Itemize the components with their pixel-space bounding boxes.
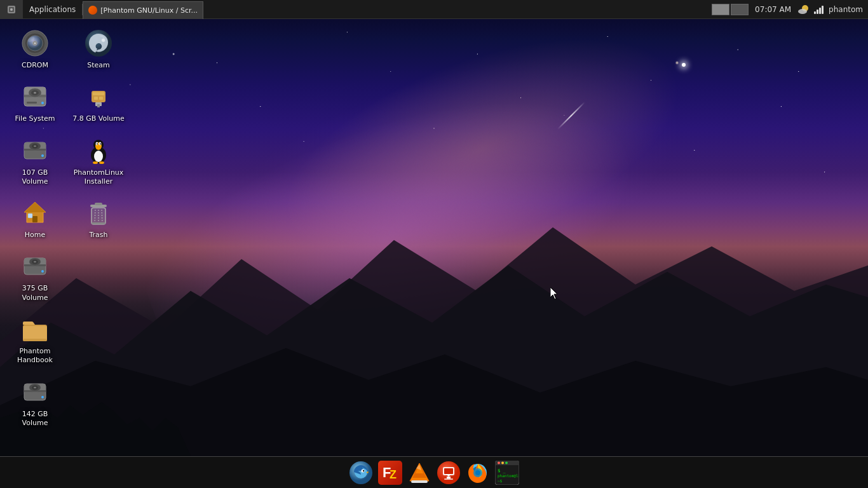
svg-rect-95: [444, 478, 453, 480]
142gb-icon-item[interactable]: 142 GBVolume: [6, 374, 64, 431]
svg-point-50: [41, 396, 44, 398]
signal-icon: [814, 5, 824, 14]
desktop-icons-container: CDROM File System: [0, 19, 121, 456]
anydesk-dock-item[interactable]: [435, 459, 462, 486]
svg-point-40: [41, 270, 44, 273]
svg-text:~$: ~$: [498, 478, 503, 483]
svg-rect-58: [99, 97, 103, 100]
window-tab-title: [Phantom GNU/Linux / Scr...: [100, 6, 198, 15]
phantomlinux-installer-label: PhantomLinuxInstaller: [74, 168, 124, 187]
firefox-dock-item[interactable]: [465, 459, 491, 486]
svg-point-39: [34, 261, 36, 262]
filesystem-icon: [20, 81, 50, 112]
375gb-icon: [20, 251, 50, 281]
applications-menu[interactable]: Applications: [23, 0, 82, 19]
svg-rect-76: [92, 222, 105, 224]
cdrom-icon: [20, 28, 50, 58]
svg-point-29: [41, 154, 44, 157]
topbar-right: 07:07 AM phantom: [712, 3, 868, 16]
375gb-label: 375 GBVolume: [22, 284, 48, 302]
phantom-handbook-label: PhantomHandbook: [17, 347, 53, 365]
svg-marker-31: [24, 202, 46, 212]
svg-point-2: [10, 8, 13, 11]
filesystem-label: File System: [15, 114, 55, 123]
107gb-icon: [20, 135, 50, 166]
topbar-left: Applications [Phantom GNU/Linux / Scr...: [0, 0, 203, 19]
svg-point-49: [34, 386, 36, 388]
svg-rect-88: [411, 480, 428, 483]
svg-text:Z: Z: [390, 468, 397, 481]
home-label: Home: [25, 231, 45, 240]
svg-point-52: [102, 39, 105, 42]
trash-icon: [83, 198, 114, 228]
desktop: [0, 19, 868, 456]
svg-rect-22: [27, 102, 37, 104]
vlc-icon: [407, 461, 431, 485]
svg-rect-54: [93, 92, 104, 95]
window-tab-icon: [88, 6, 97, 15]
topbar: Applications [Phantom GNU/Linux / Scr...…: [0, 0, 868, 19]
phantomlinux-installer-icon-item[interactable]: PhantomLinuxInstaller: [70, 133, 127, 189]
78gb-label: 7.8 GB Volume: [72, 114, 124, 123]
svg-rect-57: [94, 97, 98, 100]
vlc-dock-item[interactable]: [406, 459, 433, 486]
firefox-icon: [466, 461, 490, 485]
svg-point-65: [97, 143, 98, 144]
workspace-2-button[interactable]: [731, 4, 749, 15]
trash-icon-item[interactable]: Trash: [70, 195, 127, 242]
svg-point-81: [363, 470, 364, 471]
active-window-tab[interactable]: [Phantom GNU/Linux / Scr...: [83, 1, 203, 19]
phantomlinux-installer-icon: [83, 135, 114, 166]
107gb-icon-item[interactable]: 107 GBVolume: [6, 133, 64, 189]
svg-point-21: [41, 102, 44, 104]
system-icon: [0, 0, 23, 19]
terminal-icon: $ _ phantom@linux ~$: [495, 461, 519, 485]
mountains-background: [0, 194, 868, 456]
cdrom-icon-item[interactable]: CDROM: [6, 25, 64, 72]
svg-point-103: [498, 461, 500, 464]
weather-icon: [797, 3, 810, 16]
svg-point-60: [94, 151, 103, 162]
svg-rect-33: [28, 214, 32, 218]
svg-point-4: [798, 9, 807, 14]
375gb-icon-item[interactable]: 375 GBVolume: [6, 248, 64, 305]
svg-rect-56: [97, 104, 100, 107]
filesystem-icon-item[interactable]: File System: [6, 79, 64, 126]
filezilla-dock-item[interactable]: F Z: [377, 459, 403, 486]
home-icon: [20, 198, 50, 228]
svg-point-105: [505, 461, 508, 464]
username-label: phantom: [829, 5, 863, 14]
svg-text:$ _: $ _: [498, 468, 506, 473]
home-icon-item[interactable]: Home: [6, 195, 64, 242]
terminal-dock-item[interactable]: $ _ phantom@linux ~$: [494, 459, 520, 486]
78gb-icon-item[interactable]: 7.8 GB Volume: [70, 79, 127, 126]
steam-icon-item[interactable]: Steam: [70, 25, 127, 72]
clock: 07:07 AM: [755, 5, 791, 14]
svg-point-13: [34, 43, 36, 44]
svg-point-68: [93, 161, 98, 164]
svg-point-20: [34, 92, 36, 94]
svg-point-69: [99, 161, 104, 164]
workspace-1-button[interactable]: [712, 4, 729, 15]
steam-icon: [83, 28, 114, 58]
trash-label: Trash: [89, 231, 107, 240]
bright-star: [682, 63, 686, 67]
anydesk-icon: [437, 461, 461, 485]
107gb-label: 107 GBVolume: [22, 168, 48, 187]
svg-rect-92: [444, 468, 453, 474]
svg-point-99: [475, 470, 480, 475]
taskbar: F Z: [0, 456, 868, 488]
phantom-handbook-icon: [20, 314, 50, 344]
svg-rect-94: [447, 477, 451, 478]
phantom-handbook-icon-item[interactable]: PhantomHandbook: [6, 311, 64, 368]
thunderbird-dock-item[interactable]: [348, 459, 374, 486]
steam-label: Steam: [87, 61, 110, 70]
cdrom-label: CDROM: [22, 61, 48, 70]
142gb-icon: [20, 377, 50, 407]
78gb-icon: [83, 81, 114, 112]
thunderbird-icon: [349, 461, 373, 485]
svg-point-66: [100, 143, 101, 144]
svg-point-28: [34, 145, 36, 146]
workspace-switcher: [712, 4, 749, 15]
svg-rect-71: [95, 203, 102, 205]
